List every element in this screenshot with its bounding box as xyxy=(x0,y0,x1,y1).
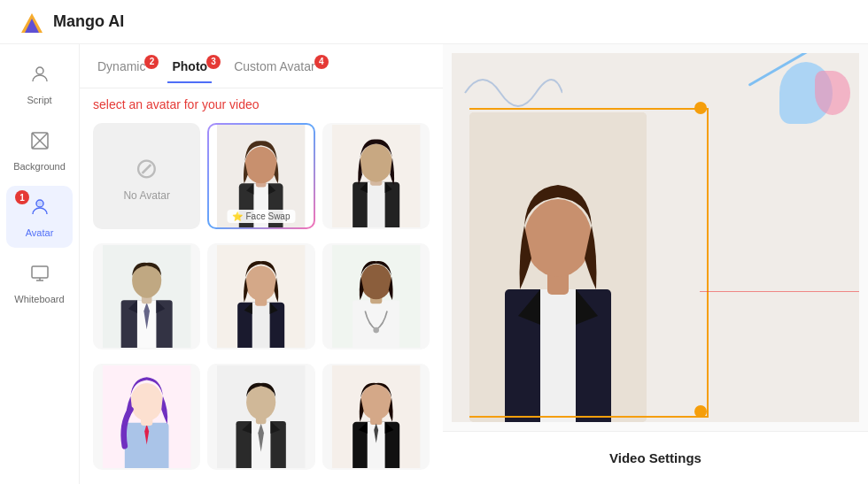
avatar-card-8[interactable] xyxy=(322,364,430,470)
face-swap-label: ⭐ Face Swap xyxy=(227,210,295,223)
preview-panel: Video Settings xyxy=(443,44,868,484)
tab-custom-avatar-badge: 4 xyxy=(314,55,329,69)
video-settings-bar: Video Settings xyxy=(443,431,868,484)
avatar-4-svg xyxy=(209,245,313,348)
avatar-card-6[interactable] xyxy=(93,364,200,470)
avatar-card-7[interactable] xyxy=(207,364,314,470)
avatar-card-3[interactable] xyxy=(93,243,200,350)
avatar-grid: ⊘ No Avatar xyxy=(80,116,443,484)
tab-dynamic[interactable]: Dynamic 2 xyxy=(93,50,150,82)
sidebar-item-avatar[interactable]: 1 Avatar xyxy=(6,186,73,248)
background-icon xyxy=(29,130,50,157)
preview-person-svg xyxy=(469,112,647,422)
sidebar-item-script[interactable]: Script xyxy=(6,53,73,115)
svg-point-42 xyxy=(373,327,379,334)
preview-area xyxy=(452,53,859,475)
svg-rect-20 xyxy=(367,182,384,227)
avatar-card-1[interactable]: ⭐ Face Swap xyxy=(207,123,314,229)
svg-point-44 xyxy=(360,265,391,300)
avatar-card-4[interactable] xyxy=(207,243,314,350)
selection-line-bottom xyxy=(469,416,709,418)
script-icon xyxy=(29,64,50,90)
header: Mango AI xyxy=(0,0,868,44)
avatar-3-svg xyxy=(95,245,198,348)
avatar-7-svg xyxy=(209,365,313,468)
avatar-card-2[interactable] xyxy=(322,123,430,229)
sidebar-item-background[interactable]: Background xyxy=(6,119,73,181)
sidebar-item-avatar-label: Avatar xyxy=(26,227,54,238)
logo-icon xyxy=(18,8,46,36)
whiteboard-icon xyxy=(29,263,50,289)
no-avatar-label: No Avatar xyxy=(123,189,169,202)
no-avatar-icon: ⊘ xyxy=(135,151,159,185)
logo-text: Mango AI xyxy=(53,12,124,31)
sidebar: Script Background 1 Avatar xyxy=(0,44,80,484)
tabs-bar: Dynamic 2 Photo 3 Custom Avatar 4 xyxy=(80,44,443,88)
avatar-card-5[interactable] xyxy=(322,243,430,350)
sidebar-item-whiteboard-label: Whiteboard xyxy=(14,294,64,304)
video-settings-label: Video Settings xyxy=(609,450,701,465)
avatar-badge: 1 xyxy=(15,190,29,204)
avatar-icon xyxy=(29,196,50,223)
svg-point-72 xyxy=(524,199,592,277)
svg-point-49 xyxy=(130,383,162,421)
tab-photo-badge: 3 xyxy=(206,55,221,69)
svg-point-2 xyxy=(36,67,43,74)
sidebar-item-whiteboard[interactable]: Whiteboard xyxy=(6,252,73,314)
selection-line-top xyxy=(469,108,709,110)
svg-point-37 xyxy=(246,265,277,301)
svg-rect-41 xyxy=(353,300,399,348)
content-area: Dynamic 2 Photo 3 Custom Avatar 4 select… xyxy=(80,44,868,484)
svg-point-15 xyxy=(245,147,277,183)
tab-custom-avatar[interactable]: Custom Avatar 4 xyxy=(229,50,320,82)
svg-point-7 xyxy=(37,201,43,206)
svg-point-22 xyxy=(360,144,391,182)
selection-line-right xyxy=(707,108,709,418)
red-guide-line xyxy=(700,291,859,292)
sidebar-item-script-label: Script xyxy=(27,95,51,105)
avatar-6-svg xyxy=(95,365,198,468)
avatar-subtitle: select an avatar for your video xyxy=(80,88,443,116)
tab-photo[interactable]: Photo 3 xyxy=(167,50,212,82)
avatar-2-svg xyxy=(324,125,428,227)
avatar-card-none[interactable]: ⊘ No Avatar xyxy=(93,123,200,229)
svg-rect-35 xyxy=(252,303,270,348)
decorative-shape-pink xyxy=(815,71,850,115)
avatar-preview-image xyxy=(469,112,647,422)
sidebar-item-background-label: Background xyxy=(13,161,66,172)
logo: Mango AI xyxy=(18,8,124,36)
tab-dynamic-badge: 2 xyxy=(144,55,159,69)
avatar-panel: Dynamic 2 Photo 3 Custom Avatar 4 select… xyxy=(80,44,443,484)
svg-rect-68 xyxy=(540,289,576,422)
avatar-5-svg xyxy=(324,245,428,348)
svg-point-62 xyxy=(360,385,391,420)
main-layout: Script Background 1 Avatar xyxy=(0,44,868,484)
avatar-8-svg xyxy=(324,365,428,468)
svg-rect-8 xyxy=(32,266,48,278)
face-swap-icon: ⭐ xyxy=(232,211,243,221)
